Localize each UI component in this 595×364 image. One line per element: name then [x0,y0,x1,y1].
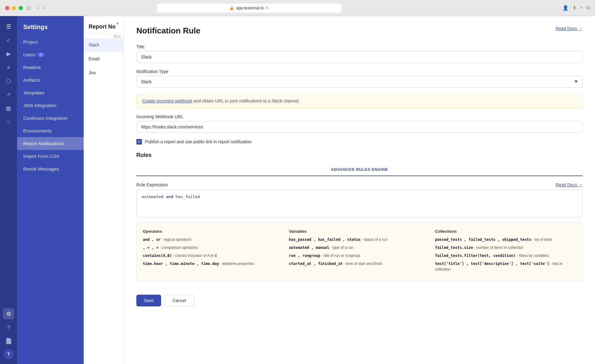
sidebar-label-project: Project [23,39,38,45]
app: ☰ ✓ ▶ ≡ ⬡ ↗ ▦ ⑂ ⚙ ? 📄 T Settings Project… [0,16,595,364]
sidebar-item-project[interactable]: Project [17,36,84,48]
sidebar-label-environments: Environments [23,128,52,133]
reload-icon[interactable]: ↻ [266,6,269,10]
webhook-url-label: Incoming Webhook URL [136,114,583,119]
notification-type-select[interactable]: Slack Email Jira [136,76,583,88]
url-text: app.testomat.io [236,6,264,10]
rule-keyword-and: and [166,194,173,199]
sidebar-header: Settings [17,16,84,36]
rail-gear-icon[interactable]: ⚙ [3,308,14,319]
expand-icon[interactable]: ⊡ [27,5,31,11]
panel-title: Report No [89,24,116,30]
rail-branch-icon[interactable]: ⑂ [3,116,14,128]
variable-item-0: has_passed , has_failed , status - statu… [289,237,430,242]
esc-hint: [Esc] [84,35,124,38]
collection-item-2: failed_tests.filter(test, condition) - f… [435,253,576,258]
browser-actions: 👤 ⬆ + ⧉ [562,5,590,11]
sidebar-label-artifacts: Artifacts [23,77,40,83]
rule-expression-label: Rule Expression [136,182,168,187]
middle-panel: Report No × [Esc] Slack Email Jira [84,16,124,364]
rail-export-icon[interactable]: ↗ [3,89,14,100]
rules-title: Rules [136,152,583,158]
rail-list-icon[interactable]: ≡ [3,62,14,73]
title-group: Title [136,44,583,63]
rail-check-icon[interactable]: ✓ [3,35,14,46]
sidebar-label-templates: Templates [23,90,44,95]
sidebar-label-users: Users [23,52,35,57]
operator-item-0: and , or - logical operators [143,237,284,242]
rail-chart-icon[interactable]: ▦ [3,103,14,114]
sidebar: Settings Project Users 2 Readme Artifact… [17,16,84,364]
cancel-button[interactable]: Cancel [165,295,194,306]
minimize-traffic-light[interactable] [12,6,16,10]
sidebar-item-import-csv[interactable]: Import From CSV [17,150,84,162]
checkbox-row: Publish a report and use public link in … [136,139,583,145]
sidebar-item-jira[interactable]: JIRA Integration [17,99,84,112]
users-badge: 2 [38,53,44,57]
title-input[interactable] [136,51,583,63]
variables-column: Variables has_passed , has_failed , stat… [289,229,430,275]
info-text-post: and obtain URL to post notifications to … [192,98,300,103]
rail-menu-icon[interactable]: ☰ [3,21,14,32]
sidebar-item-ci[interactable]: Continuos Integration [17,112,84,124]
rail-docs-icon[interactable]: 📄 [3,336,14,347]
lock-icon: 🔒 [229,6,234,10]
read-docs-link-top[interactable]: Read Docs → [556,26,583,31]
traffic-lights [5,6,23,10]
new-tab-icon[interactable]: + [580,5,583,11]
account-icon[interactable]: 👤 [562,5,569,11]
sidebar-item-artifacts[interactable]: Artifacts [17,74,84,86]
panel-tab-slack[interactable]: Slack [84,38,124,52]
sidebar-item-readme[interactable]: Readme [17,61,84,74]
share-icon[interactable]: ⬆ [572,5,576,11]
maximize-traffic-light[interactable] [19,6,23,10]
rail-play-icon[interactable]: ▶ [3,48,14,59]
rule-expression-box[interactable]: automated and has_failed [136,190,583,218]
sidebar-label-report-notifications: Report Notifications [23,141,64,146]
sidebar-item-environments[interactable]: Environments [17,124,84,137]
save-button[interactable]: Save [136,295,161,306]
browser-back[interactable]: ‹ [37,5,39,11]
reference-table: Operators and , or - logical operators ,… [136,223,583,281]
panel-tab-jira[interactable]: Jira [84,66,124,80]
create-webhook-link[interactable]: Create incoming webhook [142,98,192,103]
close-button[interactable]: × [114,20,121,27]
sidebar-label-result-messages: Result Messages [23,166,59,171]
panel-tab-email[interactable]: Email [84,52,124,66]
user-avatar[interactable]: T [4,349,14,359]
address-bar[interactable]: 🔒 app.testomat.io ↻ [156,3,342,13]
sidebar-nav: Project Users 2 Readme Artifacts Templat… [17,36,84,364]
browser-forward[interactable]: › [42,5,44,11]
windows-icon[interactable]: ⧉ [587,5,590,11]
collections-title: Collections [435,229,576,234]
sidebar-item-templates[interactable]: Templates [17,86,84,99]
checkbox-label: Publish a report and use public link in … [145,139,251,144]
form-actions: Save Cancel [136,290,583,306]
advanced-rules-tab[interactable]: ADVANCED RULES ENGINE [136,163,583,176]
icon-rail: ☰ ✓ ▶ ≡ ⬡ ↗ ▦ ⑂ ⚙ ? 📄 T [0,16,17,364]
info-box: Create incoming webhook and obtain URL t… [136,94,583,108]
title-label: Title [136,44,583,49]
publish-report-checkbox[interactable] [136,139,142,145]
rail-help-icon[interactable]: ? [3,322,14,333]
rules-section: Rules ADVANCED RULES ENGINE Rule Express… [136,152,583,281]
page-title: Notification Rule [136,26,201,36]
webhook-url-group: Incoming Webhook URL [136,114,583,133]
notification-type-group: Notification Type Slack Email Jira [136,69,583,88]
sidebar-item-report-notifications[interactable]: Report Notifications [17,137,84,150]
read-docs-link-rule[interactable]: Read Docs → [556,182,583,187]
rail-layers-icon[interactable]: ⬡ [3,76,14,87]
sidebar-item-result-messages[interactable]: Result Messages [17,162,84,175]
operators-title: Operators [143,229,284,234]
close-traffic-light[interactable] [5,6,9,10]
sidebar-label-ci: Continuos Integration [23,115,68,121]
sidebar-item-users[interactable]: Users 2 [17,48,84,61]
browser-chrome: ⊡ ‹ › 🔒 app.testomat.io ↻ 👤 ⬆ + ⧉ [0,0,595,16]
webhook-url-input[interactable] [136,121,583,133]
operator-item-2: contains(A,B) - checks inclusion of A in… [143,253,284,258]
rule-code-has-failed: has_failed [173,194,200,199]
variable-item-3: started_at , finished_at - time of start… [289,261,430,266]
sidebar-label-import-csv: Import From CSV [23,154,60,159]
collections-column: Collections passed_tests , failed_tests … [435,229,576,275]
collection-item-3: test['title'] , test['description'] , te… [435,261,576,272]
